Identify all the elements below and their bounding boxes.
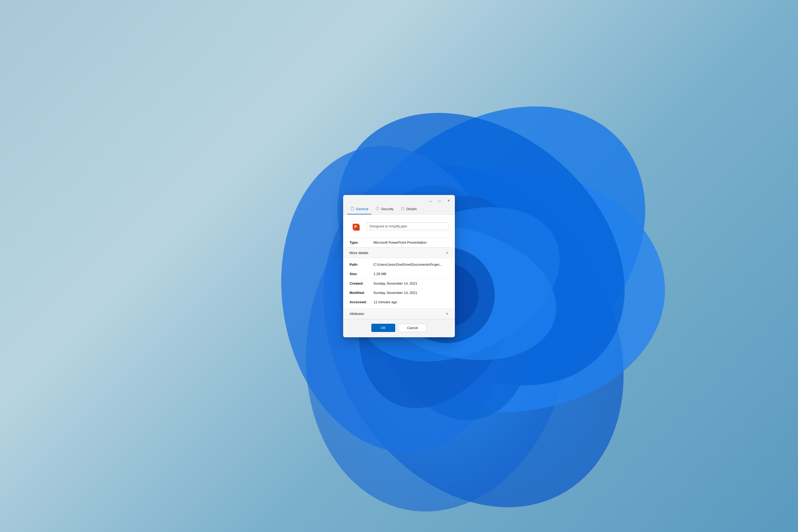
svg-text:i: i bbox=[402, 208, 403, 210]
attributes-chevron: ∨ bbox=[446, 312, 449, 316]
more-details-label: More details bbox=[349, 251, 368, 255]
svg-point-0 bbox=[263, 110, 684, 529]
modified-row: Modified: Sunday, November 14, 2021 bbox=[343, 288, 455, 298]
title-bar-controls: — □ ✕ bbox=[426, 198, 453, 204]
file-header: P bbox=[343, 215, 455, 238]
created-label: Created: bbox=[349, 281, 374, 285]
title-bar: — □ ✕ bbox=[343, 195, 455, 205]
properties-dialog: — □ ✕ General Security bbox=[343, 195, 455, 337]
tab-details-label: Details bbox=[406, 207, 417, 211]
dialog-content: P Type: Microsoft PowerPoint Presentatio… bbox=[343, 215, 455, 319]
type-value: Microsoft PowerPoint Presentation bbox=[374, 241, 449, 244]
more-details-chevron: ∧ bbox=[446, 251, 449, 254]
type-row: Type: Microsoft PowerPoint Presentation bbox=[343, 238, 455, 247]
accessed-row: Accessed: 11 minutes ago bbox=[343, 298, 455, 307]
tab-general[interactable]: General bbox=[347, 205, 371, 214]
more-details-header[interactable]: More details ∧ bbox=[343, 247, 455, 258]
svg-text:P: P bbox=[354, 225, 357, 229]
attributes-header[interactable]: Attributes ∨ bbox=[343, 308, 455, 319]
modified-value: Sunday, November 14, 2021 bbox=[374, 291, 449, 295]
tab-security[interactable]: Security bbox=[373, 205, 397, 214]
cancel-button[interactable]: Cancel bbox=[398, 324, 427, 332]
info-icon: i bbox=[401, 207, 404, 211]
tab-details[interactable]: i Details bbox=[398, 205, 420, 214]
accessed-label: Accessed: bbox=[349, 300, 374, 304]
ok-button[interactable]: OK bbox=[371, 324, 395, 332]
filename-input[interactable] bbox=[366, 222, 449, 230]
type-label: Type: bbox=[349, 241, 374, 244]
tab-general-label: General bbox=[356, 207, 368, 211]
path-row: Path: C:\Users\Jess\OneDrive\Documents\P… bbox=[343, 260, 455, 269]
close-button[interactable]: ✕ bbox=[444, 198, 453, 204]
path-label: Path: bbox=[349, 263, 374, 267]
tab-security-label: Security bbox=[381, 207, 394, 211]
path-value: C:\Users\Jess\OneDrive\Documents\Projec.… bbox=[374, 263, 449, 267]
maximize-button[interactable]: □ bbox=[435, 198, 444, 204]
size-row: Size: 1.28 MB bbox=[343, 269, 455, 279]
size-value: 1.28 MB bbox=[374, 272, 449, 276]
modified-label: Modified: bbox=[349, 291, 374, 295]
dialog-footer: OK Cancel bbox=[343, 319, 455, 337]
accessed-value: 11 minutes ago bbox=[374, 300, 449, 304]
created-row: Created: Sunday, November 14, 2021 bbox=[343, 279, 455, 288]
size-label: Size: bbox=[349, 272, 374, 276]
svg-point-4 bbox=[284, 57, 679, 441]
shield-icon bbox=[376, 207, 379, 211]
attributes-label: Attributes bbox=[349, 312, 364, 316]
created-value: Sunday, November 14, 2021 bbox=[374, 281, 449, 285]
file-type-icon: P bbox=[349, 220, 362, 233]
file-icon bbox=[350, 207, 354, 211]
minimize-button[interactable]: — bbox=[426, 198, 435, 204]
svg-point-2 bbox=[271, 51, 686, 466]
tab-bar: General Security i Details bbox=[343, 205, 455, 215]
details-section: Path: C:\Users\Jess\OneDrive\Documents\P… bbox=[343, 258, 455, 308]
